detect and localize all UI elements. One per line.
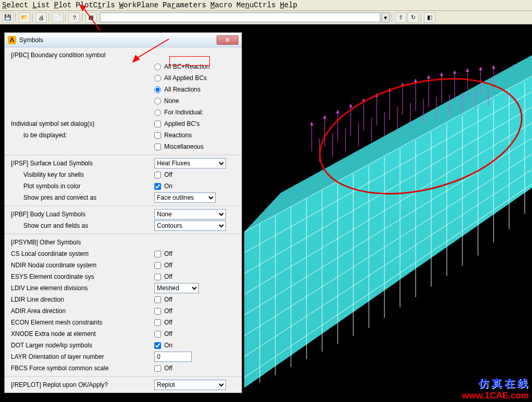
indiv-misc-label: Miscellaneous (164, 143, 204, 150)
menu-select[interactable]: Select (2, 1, 28, 9)
pbc-allbc-reaction-label: All BC+Reaction (164, 63, 210, 70)
individual-dialog-label2: to be displayed: (10, 132, 150, 139)
pbc-individual-radio[interactable] (154, 109, 161, 116)
pbc-allbc-reaction-radio[interactable] (154, 63, 161, 70)
svg-marker-52 (427, 75, 430, 79)
tool-plot-icon[interactable]: ◧ (424, 12, 435, 23)
tool-help-icon[interactable]: ? (69, 12, 80, 23)
econ-val: Off (164, 319, 172, 326)
psf-pres-label: Show pres and convect as (10, 194, 150, 201)
indiv-appliedbc-check[interactable] (154, 121, 161, 127)
toolbar: 💾 📂 🖨 📄 ? ▦ ▾ ⇪ ↻ ◧ (0, 11, 532, 24)
tool-report-icon[interactable]: 📄 (52, 12, 63, 23)
pbf-select[interactable]: None (154, 209, 226, 219)
tool-raise-icon[interactable]: ⇪ (395, 12, 406, 23)
svg-marker-43 (310, 122, 313, 125)
pbc-none-label: None (164, 97, 179, 105)
symbols-dialog: Λ Symbols ✕ [/PBC] Boundary condition sy… (4, 32, 242, 393)
replot-select[interactable]: Replot (154, 380, 226, 390)
replot-label: [/REPLOT] Replot upon OK/Apply? (10, 381, 150, 388)
psymb-heading: [/PSYMB] Other Symbols (10, 239, 150, 246)
pbc-individual-label: For Individual: (164, 109, 203, 116)
tool-open-icon[interactable]: 📂 (19, 12, 30, 23)
pbc-reactions-label: All Reactions (164, 86, 201, 93)
econ-check[interactable] (154, 319, 161, 326)
layr-label: LAYR Orientation of layer number (10, 353, 150, 360)
layr-input[interactable] (154, 352, 192, 362)
adir-val: Off (164, 307, 172, 315)
psf-vis-label: Visibility key for shells (10, 171, 150, 178)
pbf-show-select[interactable]: Contours (154, 221, 226, 231)
pbf-heading: [/PBF] Body Load Symbols (10, 211, 150, 218)
esys-check[interactable] (154, 274, 161, 280)
psf-color-check[interactable] (154, 183, 161, 190)
cs-check[interactable] (154, 251, 161, 257)
adir-label: ADIR Area direction (10, 307, 150, 315)
ldiv-label: LDIV Line element divisions (10, 284, 150, 292)
dot-label: DOT Larger node/kp symbols (10, 342, 150, 349)
main-menu-bar: Select List Plot PlotCtrls WorkPlane Par… (0, 0, 532, 11)
cs-val: Off (164, 250, 172, 257)
menu-help[interactable]: Help (280, 1, 298, 9)
svg-marker-51 (414, 79, 417, 82)
tool-grid-icon[interactable]: ▦ (85, 12, 97, 23)
indiv-misc-check[interactable] (154, 144, 161, 150)
xnode-val: Off (164, 330, 172, 338)
psf-pres-select[interactable]: Face outlines (154, 192, 216, 203)
close-button[interactable]: ✕ (217, 35, 238, 45)
indiv-appliedbc-label: Applied BC's (164, 120, 200, 127)
command-dropdown-icon[interactable]: ▾ (381, 12, 390, 22)
tool-refresh-icon[interactable]: ↻ (407, 12, 419, 23)
menu-macro[interactable]: Macro (210, 1, 232, 9)
dot-val: On (164, 342, 172, 349)
svg-marker-57 (492, 65, 495, 69)
ldir-check[interactable] (154, 296, 161, 303)
esys-val: Off (164, 273, 172, 280)
svg-marker-50 (401, 83, 404, 86)
svg-marker-44 (323, 115, 326, 119)
pbc-section-heading: [/PBC] Boundary condition symbol (10, 51, 150, 59)
ldir-val: Off (164, 296, 172, 303)
menu-workplane[interactable]: WorkPlane (119, 1, 158, 9)
svg-marker-56 (479, 67, 482, 70)
pbc-reactions-radio[interactable] (154, 86, 161, 93)
dot-check[interactable] (154, 342, 161, 349)
ldiv-select[interactable]: Meshed (154, 283, 199, 293)
menu-menuctrls[interactable]: MenuCtrls (236, 1, 276, 9)
menu-plot[interactable]: Plot (54, 1, 72, 9)
ndir-val: Off (164, 262, 172, 269)
svg-marker-45 (336, 110, 339, 113)
esys-label: ESYS Element coordinate sys (10, 273, 150, 280)
psf-vis-check[interactable] (154, 172, 161, 178)
fbcs-check[interactable] (154, 365, 161, 372)
pbf-show-label: Show curr and fields as (10, 222, 150, 229)
svg-marker-48 (375, 93, 378, 97)
svg-marker-55 (466, 68, 469, 72)
psf-select[interactable]: Heat Fluxes (154, 158, 226, 168)
indiv-reactions-check[interactable] (154, 132, 161, 139)
command-input[interactable] (100, 12, 380, 22)
tool-print-icon[interactable]: 🖨 (35, 12, 47, 23)
svg-marker-53 (440, 72, 443, 76)
ndir-label: NDIR Nodal coordinate system (10, 262, 150, 269)
tool-save-icon[interactable]: 💾 (2, 12, 14, 23)
pbc-applied-radio[interactable] (154, 75, 161, 82)
econ-label: ECON Element mesh constraints (10, 319, 150, 326)
ndir-check[interactable] (154, 262, 161, 269)
watermark-chinese: 仿 真 在 线 (478, 377, 528, 391)
xnode-check[interactable] (154, 331, 161, 338)
fbcs-val: Off (164, 365, 172, 372)
pbc-none-radio[interactable] (154, 98, 161, 105)
individual-dialog-label1: Individual symbol set dialog(s) (10, 120, 150, 127)
svg-marker-0 (244, 76, 532, 388)
menu-parameters[interactable]: Parameters (163, 1, 206, 9)
dialog-titlebar[interactable]: Λ Symbols ✕ (5, 33, 242, 47)
menu-plotctrls[interactable]: PlotCtrls (76, 1, 115, 9)
watermark-url: www.1CAE.com (462, 391, 529, 401)
ldir-label: LDIR Line direction (10, 296, 150, 303)
ansys-icon: Λ (8, 36, 16, 44)
dialog-title: Symbols (19, 36, 217, 44)
adir-check[interactable] (154, 308, 161, 315)
menu-list[interactable]: List (32, 1, 50, 9)
svg-marker-49 (388, 88, 391, 92)
